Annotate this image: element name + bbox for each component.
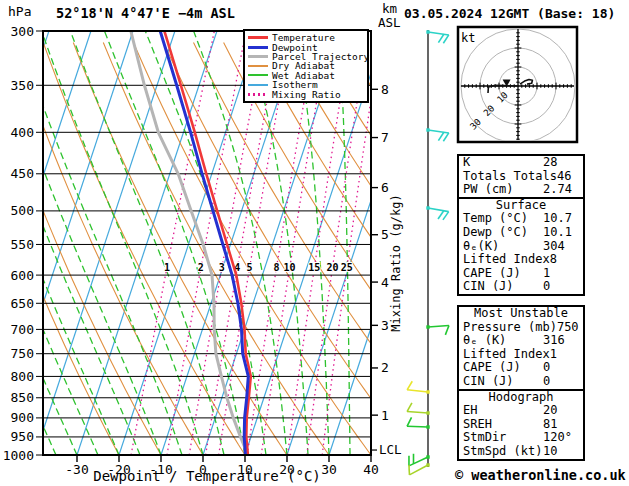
table-row-label: K: [463, 156, 543, 170]
km-tick-label: 7: [381, 130, 389, 145]
dry-adiabat-line: [103, 43, 341, 473]
table-row-value: 28: [543, 156, 579, 170]
legend-label: Dry Adiabat: [272, 61, 335, 70]
table-row-value: 46: [557, 170, 579, 184]
wind-barb-feather: [443, 35, 448, 43]
table-section-title: Hodograph: [459, 391, 583, 405]
wind-barb-feather: [407, 417, 412, 426]
sounding-page: 12345810152025 3003504004505005506006507…: [0, 0, 629, 486]
legend-item: Isotherm: [248, 80, 365, 89]
altitude-unit-asl: ASL: [378, 15, 401, 30]
mixing-ratio-label: 8: [273, 262, 279, 273]
legend-swatch-thin: [248, 84, 268, 86]
table-row: StmSpd (kt)10: [459, 445, 583, 459]
indices-panel-top: K28Totals Totals46PW (cm)2.74SurfaceTemp…: [457, 154, 585, 296]
mixing-ratio-label: 5: [247, 262, 253, 273]
mixing-ratio-label: 3: [219, 262, 225, 273]
isotherm-line: [119, 31, 259, 455]
wind-barb-column: [407, 30, 449, 475]
legend-item: Temperature: [248, 33, 365, 42]
table-row-label: Lifted Index: [463, 348, 550, 362]
wind-barb-staff: [428, 208, 449, 212]
table-row: StmDir120°: [459, 431, 583, 445]
wind-barb: [407, 381, 430, 393]
wind-barb-feather: [443, 133, 448, 141]
km-tick-label: 2: [381, 360, 389, 375]
wind-barb-feather: [438, 34, 443, 42]
table-row: Lifted Index1: [459, 348, 583, 362]
table-row-value: 120°: [543, 431, 579, 445]
pressure-unit-label: hPa: [8, 4, 31, 19]
table-row: EH20: [459, 404, 583, 418]
mixing-ratio-label: 15: [308, 262, 320, 273]
table-row: CAPE (J)1: [459, 267, 583, 281]
table-row-value: 1: [550, 348, 579, 362]
wind-barb: [426, 325, 449, 335]
mixing-ratio-label: 25: [341, 262, 353, 273]
wind-barb-staff: [407, 390, 428, 392]
datetime-label: 03.05.2024 12GMT (Base: 18): [404, 6, 615, 21]
wind-barb-feather: [445, 326, 449, 335]
table-row: PW (cm)2.74: [459, 183, 583, 197]
wind-barb-feather: [443, 212, 449, 220]
temp-tick-label: 30: [321, 462, 337, 477]
pressure-tick-label: 750: [11, 346, 34, 361]
pressure-tick-label: 350: [11, 78, 34, 93]
table-row-value: 20: [543, 404, 579, 418]
hodograph: 102030: [458, 27, 577, 143]
table-row-label: CAPE (J): [463, 267, 543, 281]
table-row-label: EH: [463, 404, 543, 418]
lcl-label: LCL: [379, 442, 402, 457]
table-row-value: 2.74: [543, 183, 579, 197]
wind-barb-staff: [409, 465, 428, 475]
pressure-tick-label: 450: [11, 166, 34, 181]
table-row-value: 10.1: [543, 226, 579, 240]
table-row-label: SREH: [463, 418, 543, 432]
legend-swatch-solid: [248, 55, 268, 58]
wind-barb: [407, 417, 430, 428]
table-row-value: 750: [557, 321, 579, 335]
table-row-value: 10.7: [543, 212, 579, 226]
pressure-tick-label: 900: [11, 410, 34, 425]
table-row-label: θₑ(K): [463, 240, 543, 254]
table-row-label: Pressure (mb): [463, 321, 557, 335]
km-tick-label: 8: [381, 82, 389, 97]
hodograph-unit-label: kt: [461, 31, 475, 45]
wind-barb-staff: [428, 130, 449, 133]
wind-barb-feather: [407, 381, 412, 390]
pressure-tick-label: 300: [11, 24, 34, 39]
dry-adiabat-line: [0, 43, 128, 473]
km-tick-label: 5: [381, 227, 389, 242]
dry-adiabat-line: [0, 43, 171, 473]
wind-barb-feather: [438, 132, 443, 140]
table-row-value: 8: [550, 253, 579, 267]
mixing-ratio-label: 1: [164, 262, 170, 273]
table-row-label: Totals Totals: [463, 170, 557, 184]
pressure-tick-label: 650: [11, 296, 34, 311]
station-title: 52°18'N 4°47'E −4m ASL: [56, 5, 235, 21]
table-row-value: 0: [543, 361, 579, 375]
legend-swatch-thin: [248, 65, 268, 67]
table-row: θₑ(K)304: [459, 240, 583, 254]
km-tick-label: 3: [381, 318, 389, 333]
wind-barb: [426, 30, 448, 43]
table-section-title: Most Unstable: [459, 307, 583, 321]
pressure-tick-label: 500: [11, 203, 34, 218]
table-row-label: StmSpd (kt): [463, 445, 543, 459]
wind-barb: [426, 128, 448, 141]
mixing-ratio-axis-label: Mixing Ratio (g/kg): [389, 194, 403, 331]
pressure-tick-label: 1000: [3, 448, 34, 463]
km-tick-label: 4: [381, 275, 389, 290]
table-row-label: Dewp (°C): [463, 226, 543, 240]
table-row: CIN (J)0: [459, 280, 583, 294]
table-row-value: 0: [543, 375, 579, 389]
table-row-label: Temp (°C): [463, 212, 543, 226]
wind-barb-staff: [428, 326, 449, 327]
legend-swatch-solid: [248, 36, 268, 39]
wind-barb: [407, 403, 430, 415]
pressure-tick-label: 700: [11, 322, 34, 337]
wind-barb: [426, 206, 448, 220]
table-row-label: Lifted Index: [463, 253, 550, 267]
mixing-ratio-label: 2: [198, 262, 204, 273]
table-section-title: Surface: [459, 199, 583, 213]
